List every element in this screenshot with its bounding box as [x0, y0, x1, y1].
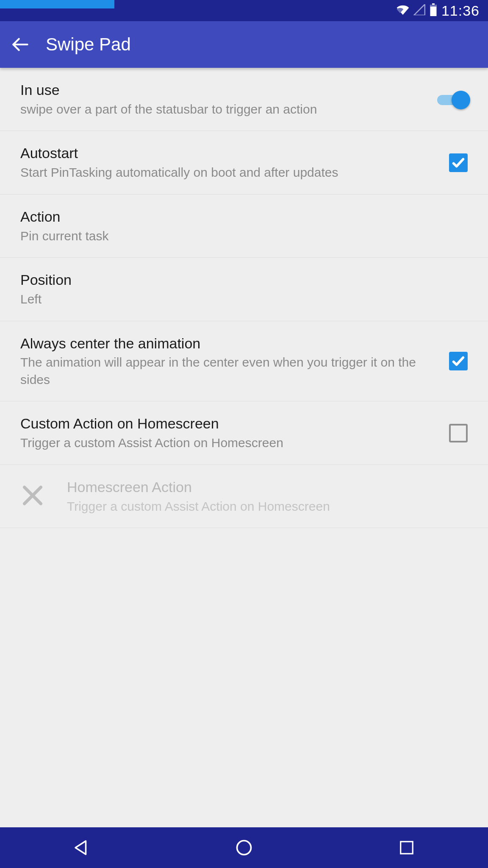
setting-autostart[interactable]: Autostart Start PinTasking automatically… [0, 131, 488, 194]
center-animation-checkbox[interactable] [449, 352, 468, 370]
setting-title: In use [20, 81, 419, 100]
back-button[interactable] [10, 34, 30, 55]
nav-back-button[interactable] [47, 833, 115, 862]
setting-title: Action [20, 207, 458, 227]
custom-action-checkbox[interactable] [449, 424, 468, 442]
svg-rect-0 [432, 3, 435, 5]
svg-point-6 [237, 841, 251, 855]
setting-title: Custom Action on Homescreen [20, 414, 419, 434]
setting-position[interactable]: Position Left [0, 258, 488, 321]
setting-homescreen-action: Homescreen Action Trigger a custom Assis… [0, 465, 488, 528]
autostart-checkbox[interactable] [449, 153, 468, 172]
setting-subtitle: swipe over a part of the statusbar to tr… [20, 101, 419, 118]
wifi-icon [396, 5, 409, 17]
setting-subtitle: Pin current task [20, 228, 458, 245]
cell-signal-icon [413, 4, 425, 17]
battery-icon [430, 3, 437, 18]
app-bar: Swipe Pad [0, 21, 488, 68]
close-icon [20, 483, 45, 509]
setting-subtitle: The animation will appear in the center … [20, 354, 419, 388]
in-use-switch[interactable] [437, 91, 468, 108]
svg-rect-2 [430, 5, 436, 7]
status-bar: 11:36 [0, 0, 488, 21]
setting-subtitle: Start PinTasking automatically on boot a… [20, 164, 419, 181]
nav-recent-button[interactable] [373, 833, 441, 862]
setting-title: Autostart [20, 144, 419, 163]
status-time: 11:36 [441, 3, 480, 19]
progress-indicator [0, 0, 114, 8]
setting-title: Homescreen Action [67, 478, 458, 497]
setting-title: Position [20, 270, 458, 290]
setting-in-use[interactable]: In use swipe over a part of the statusba… [0, 68, 488, 131]
svg-rect-7 [401, 842, 413, 854]
setting-subtitle: Trigger a custom Assist Action on Homesc… [67, 498, 458, 515]
setting-center-animation[interactable]: Always center the animation The animatio… [0, 321, 488, 402]
nav-home-button[interactable] [210, 833, 278, 862]
setting-title: Always center the animation [20, 334, 419, 353]
settings-list: In use swipe over a part of the statusba… [0, 68, 488, 827]
setting-subtitle: Left [20, 291, 458, 308]
setting-action[interactable]: Action Pin current task [0, 195, 488, 258]
navigation-bar [0, 827, 488, 868]
app-title: Swipe Pad [46, 34, 131, 55]
setting-subtitle: Trigger a custom Assist Action on Homesc… [20, 434, 419, 452]
setting-custom-action[interactable]: Custom Action on Homescreen Trigger a cu… [0, 401, 488, 465]
